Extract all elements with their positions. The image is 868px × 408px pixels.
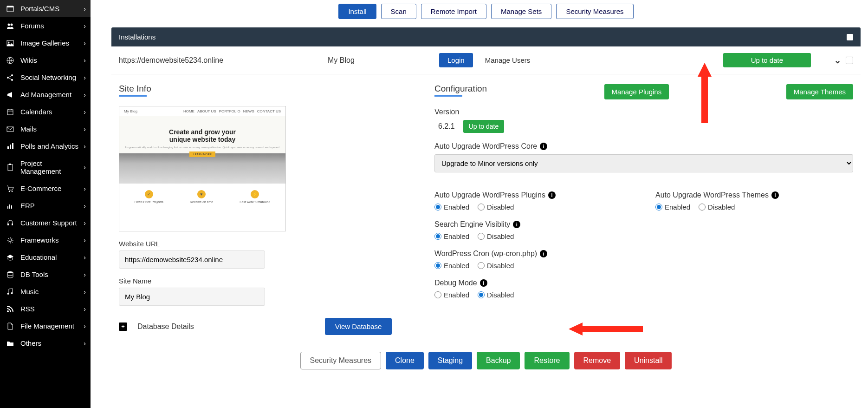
- remove-button[interactable]: Remove: [574, 352, 621, 369]
- tab-remote-import[interactable]: Remote Import: [421, 4, 486, 19]
- cron-disabled-radio[interactable]: Disabled: [478, 262, 514, 270]
- sidebar-item-educational[interactable]: Educational ›: [0, 249, 91, 266]
- site-preview-thumbnail[interactable]: My Blog HOME ABOUT US PORTFOLIO NEWS CON…: [119, 106, 286, 231]
- svg-point-17: [9, 191, 10, 192]
- info-icon[interactable]: i: [771, 191, 779, 199]
- mail-icon: [6, 125, 16, 133]
- chevron-right-icon: ›: [84, 340, 86, 347]
- search-enabled-radio[interactable]: Enabled: [434, 232, 469, 240]
- search-disabled-radio[interactable]: Disabled: [478, 232, 514, 240]
- sidebar-item-ad-management[interactable]: Ad Management ›: [0, 86, 91, 103]
- sidebar-item-file-management[interactable]: File Management ›: [0, 317, 91, 335]
- expand-icon[interactable]: +: [119, 322, 127, 331]
- website-url-label: Website URL: [119, 240, 416, 248]
- sidebar-item-rss[interactable]: RSS ›: [0, 300, 91, 317]
- select-all-checkbox[interactable]: [847, 34, 853, 40]
- portal-icon: [6, 5, 16, 13]
- row-checkbox[interactable]: [846, 57, 853, 64]
- svg-point-25: [7, 271, 13, 273]
- sidebar-item-portals-cms[interactable]: Portals/CMS ›: [0, 0, 91, 17]
- info-icon[interactable]: i: [513, 221, 520, 228]
- install-url[interactable]: https://demowebsite5234.online: [119, 56, 318, 65]
- chevron-right-icon: ›: [84, 202, 86, 210]
- security-measures-button[interactable]: Security Measures: [300, 352, 382, 369]
- info-icon[interactable]: i: [548, 191, 556, 199]
- sidebar-item-customer-support[interactable]: Customer Support ›: [0, 214, 91, 231]
- database-details-label[interactable]: Database Details: [137, 322, 194, 331]
- image-icon: [6, 39, 16, 47]
- share-icon: [6, 74, 16, 81]
- plugins-enabled-radio[interactable]: Enabled: [434, 203, 469, 211]
- tab-scan[interactable]: Scan: [381, 4, 416, 19]
- database-icon: [6, 271, 16, 278]
- site-name-input[interactable]: [119, 288, 265, 306]
- chevron-right-icon: ›: [84, 22, 86, 30]
- action-buttons-row: Security Measures Clone Staging Backup R…: [111, 352, 861, 369]
- chevron-right-icon: ›: [84, 237, 86, 244]
- chevron-right-icon: ›: [84, 91, 86, 99]
- manage-themes-button[interactable]: Manage Themes: [786, 84, 853, 99]
- svg-rect-13: [10, 145, 11, 149]
- sidebar-item-calendars[interactable]: Calendars ›: [0, 103, 91, 120]
- debug-enabled-radio[interactable]: Enabled: [434, 291, 469, 299]
- tab-manage-sets[interactable]: Manage Sets: [491, 4, 551, 19]
- sidebar-item-erp[interactable]: ERP ›: [0, 197, 91, 214]
- cron-enabled-radio[interactable]: Enabled: [434, 262, 469, 270]
- manage-plugins-button[interactable]: Manage Plugins: [604, 84, 669, 99]
- manage-users-link[interactable]: Manage Users: [485, 56, 531, 64]
- bars-icon: [6, 202, 16, 210]
- sidebar-label: Forums: [20, 22, 44, 30]
- sidebar-item-mails[interactable]: Mails ›: [0, 120, 91, 138]
- clone-button[interactable]: Clone: [386, 352, 424, 369]
- sidebar-label: Educational: [20, 253, 57, 261]
- website-url-input[interactable]: [119, 250, 265, 269]
- info-icon[interactable]: i: [540, 143, 547, 150]
- sidebar-item-ecommerce[interactable]: E-Commerce ›: [0, 180, 91, 197]
- sidebar-item-frameworks[interactable]: Frameworks ›: [0, 231, 91, 249]
- sidebar-item-project-management[interactable]: Project Management ›: [0, 155, 91, 180]
- themes-disabled-radio[interactable]: Disabled: [699, 203, 735, 211]
- graduation-icon: [6, 254, 16, 261]
- chevron-right-icon: ›: [84, 322, 86, 330]
- auto-upgrade-core-select[interactable]: Upgrade to Minor versions only: [434, 154, 853, 172]
- preview-brand: My Blog: [124, 109, 137, 113]
- info-icon[interactable]: i: [480, 279, 487, 287]
- sidebar-item-others[interactable]: Others ›: [0, 335, 91, 352]
- svg-point-18: [12, 191, 13, 192]
- tab-install[interactable]: Install: [338, 4, 376, 19]
- sidebar-item-image-galleries[interactable]: Image Galleries ›: [0, 34, 91, 52]
- chevron-right-icon: ›: [84, 143, 86, 150]
- login-button[interactable]: Login: [439, 53, 473, 67]
- sidebar-item-polls-analytics[interactable]: Polls and Analytics ›: [0, 138, 91, 155]
- sidebar-label: Others: [20, 339, 41, 347]
- sidebar-label: Wikis: [20, 56, 37, 64]
- debug-disabled-radio[interactable]: Disabled: [478, 291, 514, 299]
- staging-button[interactable]: Staging: [428, 352, 472, 369]
- view-database-button[interactable]: View Database: [325, 318, 392, 335]
- svg-rect-23: [12, 224, 13, 225]
- sidebar-item-wikis[interactable]: Wikis ›: [0, 52, 91, 69]
- chevron-right-icon: ›: [84, 271, 86, 278]
- tab-security-measures[interactable]: Security Measures: [556, 4, 633, 19]
- chevron-down-icon[interactable]: ⌄: [834, 55, 841, 66]
- sidebar-item-db-tools[interactable]: DB Tools ›: [0, 266, 91, 283]
- uninstall-button[interactable]: Uninstall: [625, 352, 672, 369]
- sidebar-label: Ad Management: [20, 91, 71, 99]
- info-icon[interactable]: i: [540, 250, 547, 257]
- sidebar-label: Customer Support: [20, 219, 77, 227]
- plugins-disabled-radio[interactable]: Disabled: [478, 203, 514, 211]
- chevron-right-icon: ›: [84, 164, 86, 171]
- chevron-right-icon: ›: [84, 5, 86, 13]
- sidebar-label: Mails: [20, 125, 37, 133]
- version-label: Version: [434, 108, 853, 116]
- svg-point-26: [7, 293, 9, 295]
- sidebar-item-social-networking[interactable]: Social Networking ›: [0, 69, 91, 86]
- backup-button[interactable]: Backup: [477, 352, 520, 369]
- sidebar-item-forums[interactable]: Forums ›: [0, 17, 91, 34]
- folder-icon: [6, 340, 16, 347]
- sidebar-item-music[interactable]: Music ›: [0, 283, 91, 300]
- sidebar-label: DB Tools: [20, 270, 48, 278]
- themes-enabled-radio[interactable]: Enabled: [655, 203, 690, 211]
- svg-rect-21: [11, 205, 12, 209]
- restore-button[interactable]: Restore: [525, 352, 569, 369]
